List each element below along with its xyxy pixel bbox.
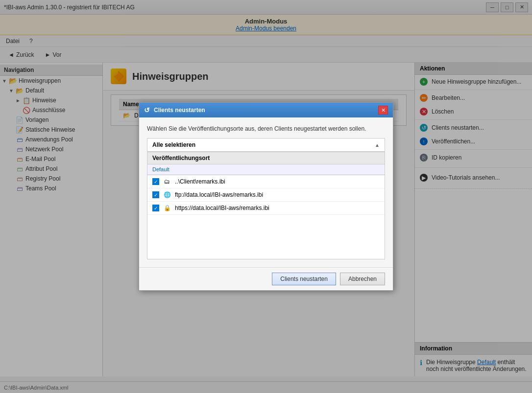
item-label-2: ftp://data.local/IBI-aws/remarks.ibi bbox=[175, 191, 263, 198]
modal-title-icon: ↺ bbox=[144, 106, 150, 114]
modal-table-header: Veröffentlichungsort bbox=[147, 152, 385, 164]
modal-list-item-3[interactable]: 🔒 https://data.local/IBI-aws/remarks.ibi bbox=[147, 202, 385, 215]
confirm-button[interactable]: Clients neustarten bbox=[272, 273, 336, 285]
select-all-row[interactable]: Alle selektieren ▲ bbox=[147, 138, 385, 152]
modal-description: Wählen Sie die Veröffentlichungsorte aus… bbox=[147, 125, 385, 132]
https-icon: 🔒 bbox=[163, 204, 171, 212]
modal-section-label: Default bbox=[147, 164, 385, 175]
modal-title-content: ↺ Clients neustarten bbox=[144, 106, 205, 114]
modal-body: Wählen Sie die Veröffentlichungsorte aus… bbox=[139, 117, 393, 267]
modal-table: Veröffentlichungsort Default 🗂 ..\Client… bbox=[147, 152, 385, 259]
cancel-button[interactable]: Abbrechen bbox=[340, 273, 385, 285]
checkbox-1[interactable] bbox=[152, 178, 159, 185]
ftp-icon: 🌐 bbox=[163, 191, 171, 199]
modal-list-item-1[interactable]: 🗂 ..\Client\remarks.ibi bbox=[147, 175, 385, 188]
folder-file-icon-1: 🗂 bbox=[163, 178, 171, 185]
modal-close-button[interactable]: ✕ bbox=[378, 106, 388, 115]
modal-title-label: Clients neustarten bbox=[154, 107, 205, 114]
checkbox-2[interactable] bbox=[152, 191, 159, 198]
modal-footer: Clients neustarten Abbrechen bbox=[139, 267, 393, 290]
modal-overlay: ↺ Clients neustarten ✕ Wählen Sie die Ve… bbox=[0, 0, 532, 393]
item-label-3: https://data.local/IBI-aws/remarks.ibi bbox=[175, 205, 269, 211]
select-all-label: Alle selektieren bbox=[152, 141, 195, 148]
item-label-1: ..\Client\remarks.ibi bbox=[175, 178, 225, 185]
checkbox-3[interactable] bbox=[152, 205, 159, 211]
modal-titlebar: ↺ Clients neustarten ✕ bbox=[139, 103, 393, 117]
collapse-icon[interactable]: ▲ bbox=[375, 142, 380, 148]
modal-dialog: ↺ Clients neustarten ✕ Wählen Sie die Ve… bbox=[139, 102, 393, 291]
modal-list-item-2[interactable]: 🌐 ftp://data.local/IBI-aws/remarks.ibi bbox=[147, 188, 385, 202]
